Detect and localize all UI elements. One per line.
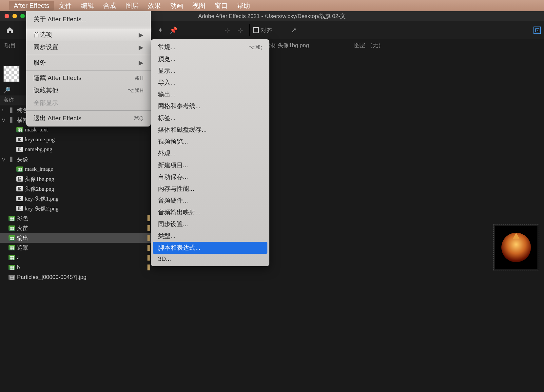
menu-item[interactable]: 同步设置▶ (26, 41, 151, 53)
puppet-tool[interactable]: 📌 (167, 24, 179, 36)
submenu-item[interactable]: 音频输出映射... (151, 206, 269, 218)
submenu-arrow-icon: ▶ (139, 59, 144, 67)
file-row[interactable]: ▦a (0, 253, 151, 263)
layer-tab[interactable]: 图层 （无） (350, 40, 388, 51)
item-label: key-头像2.png (25, 205, 58, 212)
home-button[interactable] (3, 24, 16, 37)
axis-tool-2[interactable]: ⊹ (234, 24, 246, 36)
file-icon: 🖻 (16, 147, 23, 152)
item-label: a (17, 254, 20, 261)
menu-item: 全部显示 (26, 97, 151, 109)
folder-icon: ▋ (9, 108, 15, 113)
item-label: 头像1bg.png (25, 175, 54, 183)
menubar-item[interactable]: 合成 (99, 1, 121, 10)
file-row[interactable]: 🖻key-头像2.png (0, 204, 151, 213)
file-row[interactable]: ▦输出 (0, 233, 151, 243)
file-row[interactable]: ▤Particles_[00000-00457].jpg (0, 272, 151, 282)
axis-tool[interactable]: ⊹ (221, 24, 233, 36)
submenu-item[interactable]: 网格和参考线... (151, 100, 269, 112)
item-label: keyname.png (25, 136, 55, 143)
submenu-item[interactable]: 内存与性能... (151, 183, 269, 195)
search-icon[interactable]: 🔎 (3, 87, 10, 94)
composition-icon: ▦ (9, 225, 15, 231)
maximize-window-button[interactable] (20, 14, 25, 18)
file-row[interactable]: 🖻头像2bg.png (0, 184, 151, 194)
submenu-item[interactable]: 自动保存... (151, 171, 269, 183)
menubar-item[interactable]: 窗口 (210, 1, 232, 10)
folder-icon: ▋ (9, 157, 15, 162)
submenu-item[interactable]: 类型... (151, 230, 269, 242)
file-icon: 🖻 (16, 196, 23, 201)
file-row[interactable]: ▦彩色 (0, 213, 151, 223)
file-icon: 🖻 (16, 137, 23, 142)
submenu-item[interactable]: 音频硬件... (151, 195, 269, 206)
item-label: key-头像1.png (25, 195, 58, 203)
submenu-item[interactable]: 视频预览... (151, 136, 269, 147)
rotobrush-tool[interactable]: ✦ (154, 24, 166, 36)
timeline-marker (147, 215, 150, 221)
item-label: 火苗 (17, 225, 28, 232)
submenu-item[interactable]: 预览... (151, 53, 269, 65)
folder-row[interactable]: ⋁▋头像 (0, 154, 151, 164)
close-window-button[interactable] (5, 14, 9, 18)
snap-toggle[interactable]: 对齐 (253, 27, 272, 34)
file-row[interactable]: 🖻头像1bg.png (0, 174, 151, 184)
file-row[interactable]: ▦b (0, 263, 151, 272)
item-label: Particles_[00000-00457].jpg (17, 274, 87, 281)
menubar-item[interactable]: 效果 (143, 1, 165, 10)
submenu-item[interactable]: 新建项目... (151, 159, 269, 171)
submenu-item[interactable]: 输出... (151, 88, 269, 100)
submenu-item[interactable]: 3D... (151, 254, 269, 264)
menubar-item[interactable]: 动画 (165, 1, 188, 10)
submenu-item[interactable]: 外观... (151, 147, 269, 159)
submenu-item[interactable]: 导入... (151, 77, 269, 88)
menubar-item[interactable]: 帮助 (232, 1, 255, 10)
submenu-item[interactable]: 同步设置... (151, 218, 269, 230)
file-icon: 🖻 (16, 186, 23, 191)
snap-icon[interactable]: ⊡ (534, 27, 541, 34)
composition-icon: ▦ (9, 235, 15, 241)
composition-icon: ▦ (9, 265, 15, 270)
composition-icon: ▦ (16, 167, 23, 172)
file-row[interactable]: 🖻key-头像1.png (0, 194, 151, 204)
menubar-item[interactable]: 编辑 (76, 1, 99, 10)
menubar-item[interactable]: 图层 (121, 1, 143, 10)
menu-item[interactable]: 隐藏 After Effects⌘H (26, 72, 151, 84)
timeline-marker (147, 235, 150, 241)
window-title: Adobe After Effects 2021 - /Users/wicky/… (198, 12, 346, 20)
emblem-graphic (501, 233, 531, 262)
composition-icon: ▦ (9, 216, 15, 221)
file-icon: 🖻 (16, 206, 23, 211)
menubar-item[interactable]: After Effects (9, 1, 54, 10)
menubar-item[interactable]: 视图 (188, 1, 210, 10)
menu-item[interactable]: 首选项▶ (26, 29, 151, 41)
macos-menubar: After Effects文件编辑合成图层效果动画视图窗口帮助 (0, 0, 544, 11)
item-label: 彩色 (17, 215, 28, 222)
sequence-icon: ▤ (9, 275, 15, 280)
file-row[interactable]: 🖻namebg.png (0, 145, 151, 154)
submenu-item[interactable]: 媒体和磁盘缓存... (151, 124, 269, 136)
preview-thumbnail (495, 226, 537, 269)
menubar-item[interactable]: 文件 (54, 1, 76, 10)
file-row[interactable]: ▦mask_image (0, 164, 151, 174)
menu-item[interactable]: 隐藏其他⌥⌘H (26, 84, 151, 97)
item-label: namebg.png (25, 146, 52, 153)
composition-icon: ▦ (9, 245, 15, 250)
minimize-window-button[interactable] (12, 14, 17, 18)
menu-item[interactable]: 关于 After Effects... (26, 13, 151, 26)
item-label: mask_text (25, 127, 48, 133)
menu-item[interactable]: 服务▶ (26, 56, 151, 69)
file-row[interactable]: ▦火苗 (0, 223, 151, 233)
menu-item[interactable]: 退出 After Effects⌘Q (26, 112, 151, 125)
submenu-item[interactable]: 标签... (151, 112, 269, 124)
submenu-item[interactable]: 显示... (151, 65, 269, 77)
file-row[interactable]: 🖻keyname.png (0, 135, 151, 145)
project-tab[interactable]: 项目 (0, 40, 20, 51)
submenu-arrow-icon: ▶ (139, 44, 144, 51)
submenu-item[interactable]: 脚本和表达式... (153, 242, 267, 254)
submenu-item[interactable]: 常规...⌥⌘; (151, 41, 269, 53)
submenu-arrow-icon: ▶ (139, 31, 144, 39)
item-label: mask_image (25, 166, 53, 172)
search-icon[interactable]: ⤢ (288, 24, 300, 36)
file-row[interactable]: ▦遮罩 (0, 243, 151, 253)
